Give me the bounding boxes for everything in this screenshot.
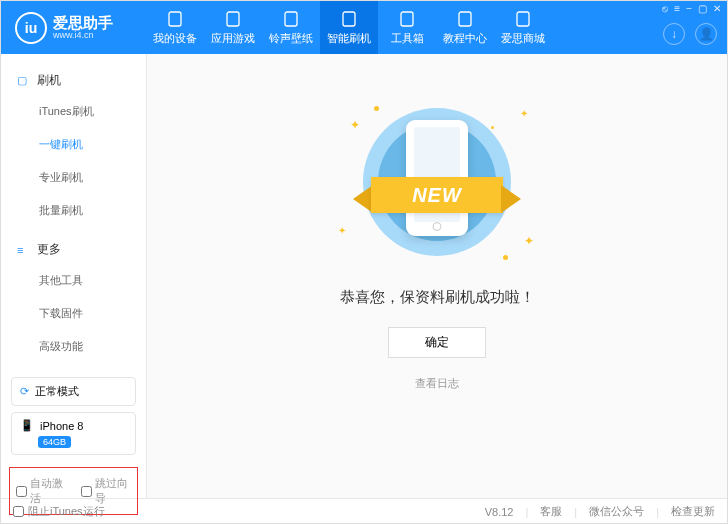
sidebar-item[interactable]: 下载固件 bbox=[1, 297, 146, 330]
phone-icon bbox=[166, 10, 184, 28]
svg-rect-5 bbox=[459, 12, 471, 26]
main-content: ✦✦✦✦ NEW 恭喜您，保资料刷机成功啦！ 确定 查看日志 bbox=[147, 54, 727, 498]
sidebar-item[interactable]: iTunes刷机 bbox=[1, 95, 146, 128]
svg-rect-3 bbox=[343, 12, 355, 26]
success-message: 恭喜您，保资料刷机成功啦！ bbox=[340, 288, 535, 307]
sidebar-item[interactable]: 高级功能 bbox=[1, 330, 146, 363]
block-itunes-input[interactable] bbox=[13, 506, 24, 517]
sidebar-item[interactable]: 其他工具 bbox=[1, 264, 146, 297]
sidebar: ▢刷机iTunes刷机一键刷机专业刷机批量刷机≡更多其他工具下载固件高级功能 ⟳… bbox=[1, 54, 147, 498]
nav-toolbox[interactable]: 工具箱 bbox=[378, 1, 436, 54]
nav-phone[interactable]: 我的设备 bbox=[146, 1, 204, 54]
nav-apps[interactable]: 应用游戏 bbox=[204, 1, 262, 54]
svg-rect-2 bbox=[285, 12, 297, 26]
top-nav: 我的设备应用游戏铃声壁纸智能刷机工具箱教程中心爱思商城 bbox=[146, 1, 552, 54]
download-button[interactable]: ↓ bbox=[663, 23, 685, 45]
option-checkbox[interactable]: 自动激活 bbox=[16, 476, 67, 506]
logo-icon: iu bbox=[15, 12, 47, 44]
block-itunes-checkbox[interactable]: 阻止iTunes运行 bbox=[13, 504, 105, 519]
confirm-button[interactable]: 确定 bbox=[388, 327, 486, 358]
shop-icon bbox=[514, 10, 532, 28]
mode-label: 正常模式 bbox=[35, 384, 79, 399]
svg-rect-0 bbox=[169, 12, 181, 26]
refresh-icon: ⟳ bbox=[20, 385, 29, 398]
window-ctrl-icon[interactable]: ⎋ bbox=[662, 3, 668, 14]
window-controls: ⎋≡−▢✕ bbox=[662, 3, 721, 14]
window-ctrl-icon[interactable]: ≡ bbox=[674, 3, 680, 14]
sidebar-item[interactable]: 专业刷机 bbox=[1, 161, 146, 194]
window-ctrl-icon[interactable]: − bbox=[686, 3, 692, 14]
sidebar-sections: ▢刷机iTunes刷机一键刷机专业刷机批量刷机≡更多其他工具下载固件高级功能 bbox=[1, 66, 146, 371]
svg-rect-4 bbox=[401, 12, 413, 26]
storage-badge: 64GB bbox=[38, 436, 71, 448]
window-ctrl-icon[interactable]: ▢ bbox=[698, 3, 707, 14]
new-ribbon: NEW bbox=[357, 173, 517, 217]
phone-icon: 📱 bbox=[20, 419, 34, 432]
flash-icon bbox=[340, 10, 358, 28]
option-checkbox[interactable]: 跳过向导 bbox=[81, 476, 132, 506]
book-icon bbox=[456, 10, 474, 28]
view-log-link[interactable]: 查看日志 bbox=[415, 376, 459, 391]
music-icon bbox=[282, 10, 300, 28]
svg-rect-6 bbox=[517, 12, 529, 26]
nav-shop[interactable]: 爱思商城 bbox=[494, 1, 552, 54]
device-card[interactable]: 📱 iPhone 8 64GB bbox=[11, 412, 136, 455]
toolbox-icon bbox=[398, 10, 416, 28]
logo: iu 爱思助手 www.i4.cn bbox=[1, 12, 146, 44]
sidebar-item[interactable]: 一键刷机 bbox=[1, 128, 146, 161]
nav-music[interactable]: 铃声壁纸 bbox=[262, 1, 320, 54]
footer-link[interactable]: 客服 bbox=[540, 504, 562, 519]
logo-title: 爱思助手 bbox=[53, 15, 113, 30]
user-button[interactable]: 👤 bbox=[695, 23, 717, 45]
footer-link[interactable]: 检查更新 bbox=[671, 504, 715, 519]
section-icon: ≡ bbox=[17, 244, 29, 256]
section-icon: ▢ bbox=[17, 74, 29, 87]
svg-rect-1 bbox=[227, 12, 239, 26]
sidebar-item[interactable]: 批量刷机 bbox=[1, 194, 146, 227]
sidebar-section-header: ▢刷机 bbox=[1, 66, 146, 95]
success-illustration: ✦✦✦✦ NEW bbox=[332, 100, 542, 270]
sidebar-section-header: ≡更多 bbox=[1, 235, 146, 264]
logo-subtitle: www.i4.cn bbox=[53, 30, 113, 40]
version-label: V8.12 bbox=[485, 506, 514, 518]
app-header: iu 爱思助手 www.i4.cn 我的设备应用游戏铃声壁纸智能刷机工具箱教程中… bbox=[1, 1, 727, 54]
mode-indicator[interactable]: ⟳ 正常模式 bbox=[11, 377, 136, 406]
nav-flash[interactable]: 智能刷机 bbox=[320, 1, 378, 54]
nav-book[interactable]: 教程中心 bbox=[436, 1, 494, 54]
window-ctrl-icon[interactable]: ✕ bbox=[713, 3, 721, 14]
footer-link[interactable]: 微信公众号 bbox=[589, 504, 644, 519]
device-name: iPhone 8 bbox=[40, 420, 83, 432]
apps-icon bbox=[224, 10, 242, 28]
